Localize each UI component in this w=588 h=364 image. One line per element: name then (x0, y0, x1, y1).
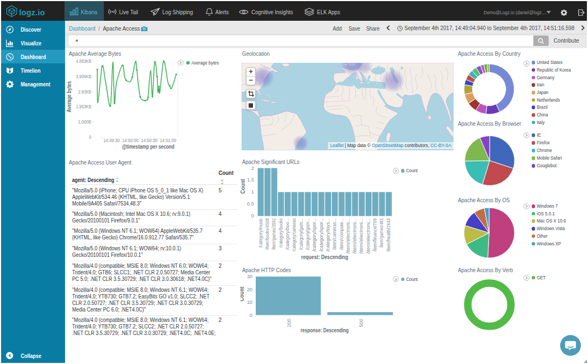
svg-text:1.5: 1.5 (247, 177, 254, 183)
svg-text:/item/games/481: /item/games/481 (379, 218, 385, 248)
svg-text:10: 10 (247, 300, 252, 305)
svg-text:1,000B: 1,000B (78, 119, 91, 125)
svg-text:/category/boo...: /category/boo... (285, 218, 290, 250)
svg-text:request: Descending: request: Descending (301, 254, 348, 260)
svg-text:/item/finance/769: /item/finance/769 (372, 218, 378, 251)
svg-text:1: 1 (251, 189, 254, 195)
svg-text:Average bytes: Average bytes (66, 81, 72, 112)
svg-text:/category/books: /category/books (278, 218, 284, 248)
svg-text:500: 500 (358, 319, 364, 327)
svg-text:/item/books/4508: /item/books/4508 (264, 218, 270, 250)
svg-text:0: 0 (89, 134, 91, 140)
svg-text:/item/electroni...: /item/electroni... (352, 218, 357, 254)
svg-text:/category/toys...: /category/toys... (325, 218, 331, 251)
svg-text:2: 2 (251, 166, 254, 171)
svg-text:/item/electroni...: /item/electroni... (359, 218, 364, 254)
svg-text:0: 0 (250, 313, 252, 318)
svg-text:/item/electroni...: /item/electroni... (345, 218, 351, 254)
svg-text:4.883KB: 4.883KB (76, 58, 91, 64)
svg-text:2.93KB: 2.93KB (78, 89, 91, 95)
svg-text:/category/music: /category/music (258, 218, 263, 248)
svg-text:/category/cameras: /category/cameras (291, 218, 297, 251)
svg-text:0: 0 (251, 213, 254, 219)
svg-text:14:49:30: 14:49:30 (103, 138, 120, 143)
svg-text:response: Descending: response: Descending (301, 327, 349, 333)
svg-text:30: 30 (247, 274, 252, 279)
svg-text:/item/electroni...: /item/electroni... (366, 218, 371, 254)
svg-text:0.5: 0.5 (247, 201, 254, 207)
svg-text:@timestamp per second: @timestamp per second (122, 144, 174, 150)
svg-text:/item/games/3592: /item/games/3592 (271, 218, 277, 250)
svg-text:Count: Count (240, 179, 246, 194)
svg-text:1.953KB: 1.953KB (76, 104, 91, 109)
svg-text:/category/gam...: /category/gam... (305, 218, 310, 250)
svg-text:14:51:00: 14:51:00 (160, 138, 177, 143)
svg-text:/item/compute...: /item/compute... (339, 218, 344, 250)
svg-text:/item/health/2643: /item/health/2643 (386, 218, 391, 251)
svg-text:Count: Count (240, 286, 245, 302)
svg-text:/category/spor...: /category/spor... (319, 218, 324, 251)
svg-text:/category/spor...: /category/spor... (311, 218, 317, 251)
svg-text:14:50:30: 14:50:30 (141, 138, 157, 143)
svg-text:200: 200 (286, 319, 292, 327)
svg-text:/category/gam...: /category/gam... (298, 218, 304, 250)
svg-text:14:50:00: 14:50:00 (122, 138, 139, 143)
svg-text:/item/cameras...: /item/cameras... (332, 218, 337, 250)
svg-text:3.906KB: 3.906KB (76, 74, 91, 79)
svg-text:20: 20 (247, 287, 252, 292)
